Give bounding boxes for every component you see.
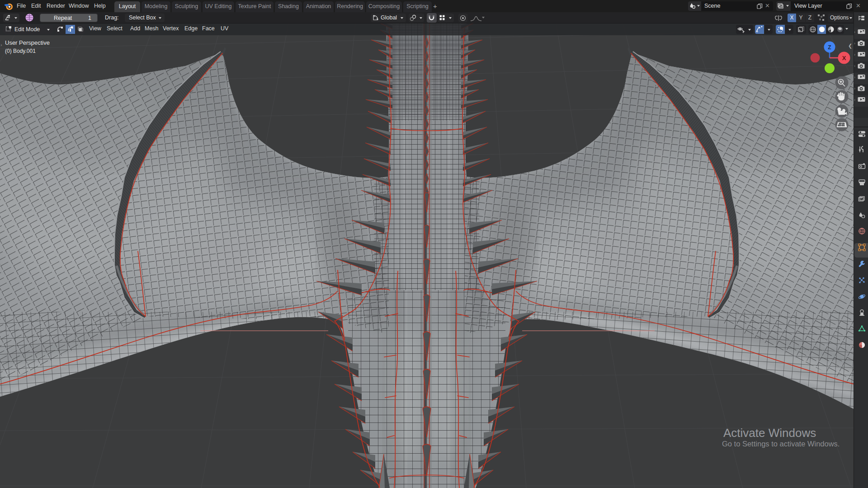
svg-text:Activate Windows: Activate Windows bbox=[723, 426, 816, 440]
svg-text:›: › bbox=[0, 42, 2, 47]
svg-text:User Perspective: User Perspective bbox=[5, 39, 50, 46]
svg-text:X: X bbox=[842, 55, 846, 61]
svg-text:(0) Body.001: (0) Body.001 bbox=[5, 48, 36, 54]
svg-text:Z: Z bbox=[828, 44, 831, 51]
svg-text:Go to Settings to activate Win: Go to Settings to activate Windows. bbox=[722, 440, 840, 448]
svg-text:❮: ❮ bbox=[848, 43, 852, 49]
